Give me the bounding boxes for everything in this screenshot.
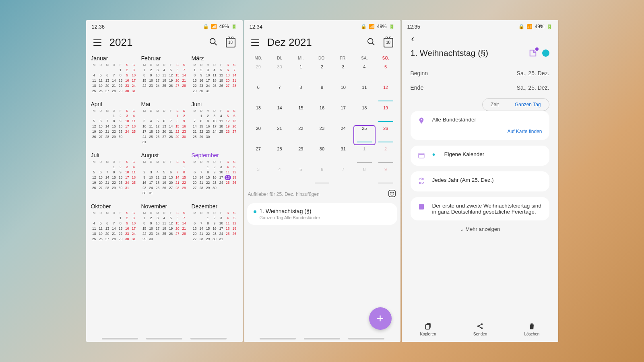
day-cell[interactable]: 30 xyxy=(269,63,290,83)
day-cell[interactable]: 13 xyxy=(248,104,269,124)
mini-month-august[interactable]: AugustMDMDFSS123456789101112131415161718… xyxy=(141,152,188,196)
mini-month-juni[interactable]: JuniMDMDFSS12345678910111213141516171819… xyxy=(192,101,238,145)
color-dot[interactable] xyxy=(542,49,549,57)
mini-month-dezember[interactable]: DezemberMDMDFSS1234567891011121314151617… xyxy=(192,203,238,242)
lock-icon: 🔒 xyxy=(518,24,524,29)
day-cell[interactable]: 22 xyxy=(290,124,312,145)
day-cell[interactable]: 23 xyxy=(312,124,333,145)
today-icon[interactable]: 18 xyxy=(384,38,393,47)
mini-month-november[interactable]: NovemberMDMDFSS1234567891011121314151617… xyxy=(141,203,188,242)
day-cell[interactable]: 14 xyxy=(269,104,290,124)
day-cell[interactable]: 12 xyxy=(375,83,396,104)
day-cell[interactable]: 6 xyxy=(312,165,333,186)
svg-point-5 xyxy=(390,192,391,193)
svg-line-1 xyxy=(214,43,217,45)
mini-month-januar[interactable]: JanuarMDMDFSS123456789101112131415161718… xyxy=(91,55,137,94)
day-cell[interactable]: 8 xyxy=(354,165,375,186)
location-card[interactable]: Alle Bundesländer Auf Karte finden xyxy=(411,111,549,140)
day-cell[interactable]: 1 xyxy=(290,63,312,83)
day-cell[interactable]: 8 xyxy=(290,83,312,104)
day-cell[interactable]: 19 xyxy=(375,104,396,124)
add-event-fab[interactable]: + xyxy=(369,307,392,330)
day-cell[interactable]: 11 xyxy=(354,83,375,104)
repeat-card[interactable]: Jedes Jahr (Am 25. Dez.) xyxy=(411,171,549,191)
svg-point-6 xyxy=(392,192,393,193)
day-cell[interactable]: 5 xyxy=(290,165,312,186)
day-cell[interactable]: 10 xyxy=(332,83,354,104)
day-cell[interactable]: 26 xyxy=(375,124,396,145)
day-cell[interactable]: 25 xyxy=(354,124,375,145)
mini-month-oktober[interactable]: OktoberMDMDFSS12345678910111213141516171… xyxy=(91,203,137,242)
day-cell[interactable]: 3 xyxy=(332,63,354,83)
month-title[interactable]: Dez 2021 xyxy=(267,36,312,49)
status-time: 12:34 xyxy=(250,24,263,30)
repeat-icon xyxy=(418,177,425,186)
day-cell[interactable]: 29 xyxy=(248,63,269,83)
day-cell[interactable]: 4 xyxy=(354,63,375,83)
day-cell[interactable]: 7 xyxy=(269,83,290,104)
day-cell[interactable]: 28 xyxy=(269,145,290,165)
wifi-icon: 📶 xyxy=(526,24,533,29)
day-cell[interactable]: 15 xyxy=(290,104,312,124)
calendar-name: Eigene Kalender xyxy=(444,151,484,157)
day-cell[interactable]: 16 xyxy=(312,104,333,124)
mini-month-märz[interactable]: MärzMDMDFSS12345678910111213141516171819… xyxy=(192,55,238,94)
event-card[interactable]: 1. Weihnachtstag (§) Ganzen Tag Alle Bun… xyxy=(247,203,397,225)
allday-toggle[interactable]: Zeit Ganzen Tag xyxy=(482,98,549,111)
mini-month-april[interactable]: AprilMDMDFSS1234567891011121314151617181… xyxy=(91,101,137,145)
android-nav-bar xyxy=(244,338,400,342)
day-cell[interactable]: 17 xyxy=(332,104,354,124)
mini-month-mai[interactable]: MaiMDMDFSS123456789101112131415161718192… xyxy=(141,101,188,145)
begin-row[interactable]: Beginn Sa., 25. Dez. xyxy=(411,66,549,80)
day-cell[interactable]: 3 xyxy=(248,165,269,186)
lock-icon: 🔒 xyxy=(203,24,209,29)
back-icon[interactable]: ‹ xyxy=(411,32,549,47)
send-button[interactable]: Senden xyxy=(473,322,487,336)
menu-icon[interactable] xyxy=(251,39,259,46)
svg-point-0 xyxy=(210,38,215,43)
day-cell[interactable]: 21 xyxy=(269,124,290,145)
status-icons: 🔒 📶 49% 🔋 xyxy=(361,24,394,29)
search-icon[interactable] xyxy=(209,37,218,48)
sticker-icon[interactable] xyxy=(528,49,537,58)
mini-month-juli[interactable]: JuliMDMDFSS12345678910111213141516171819… xyxy=(91,152,137,196)
day-cell[interactable]: 2 xyxy=(375,145,396,165)
day-cell[interactable]: 29 xyxy=(290,145,312,165)
sticker-hint-bar[interactable]: Aufkleber für 25. Dez. hinzufügen xyxy=(244,186,400,200)
day-cell[interactable]: 20 xyxy=(248,124,269,145)
screenshots-row: 12:36 🔒 📶 49% 🔋 2021 18 JanuarMDMDFSS123… xyxy=(86,20,558,342)
note-card[interactable]: Der erste und zweite Weihnachtsfeiertag … xyxy=(411,197,549,220)
day-cell[interactable]: 4 xyxy=(269,165,290,186)
day-cell[interactable]: 18 xyxy=(354,104,375,124)
menu-icon[interactable] xyxy=(93,39,101,46)
day-cell[interactable]: 7 xyxy=(332,165,354,186)
day-cell[interactable]: 31 xyxy=(332,145,354,165)
copy-button[interactable]: Kopieren xyxy=(420,322,436,336)
begin-value: Sa., 25. Dez. xyxy=(517,70,549,76)
mini-month-september[interactable]: SeptemberMDMDFSS123456789101112131415161… xyxy=(192,152,238,196)
end-row[interactable]: Ende Sa., 25. Dez. xyxy=(411,80,549,95)
day-cell[interactable]: 1 xyxy=(354,145,375,165)
show-more[interactable]: ⌄ Mehr anzeigen xyxy=(411,226,549,232)
day-cell[interactable]: 30 xyxy=(312,145,333,165)
sticker-icon[interactable] xyxy=(388,189,396,199)
wifi-icon: 📶 xyxy=(211,24,217,29)
map-link[interactable]: Auf Karte finden xyxy=(418,129,542,134)
day-cell[interactable]: 9 xyxy=(312,83,333,104)
day-cell[interactable]: 9 xyxy=(375,165,396,186)
day-cell[interactable]: 27 xyxy=(248,145,269,165)
battery-text: 49% xyxy=(535,24,544,29)
delete-button[interactable]: Löschen xyxy=(524,322,540,336)
day-cell[interactable]: 2 xyxy=(312,63,333,83)
day-cell[interactable]: 24 xyxy=(332,124,354,145)
day-cell[interactable]: 6 xyxy=(248,83,269,104)
pill-allday[interactable]: Ganzen Tag xyxy=(507,99,549,111)
calendar-card[interactable]: ● Eigene Kalender xyxy=(411,146,549,166)
year-title[interactable]: 2021 xyxy=(109,36,133,49)
day-cell[interactable]: 5 xyxy=(375,63,396,83)
mini-month-februar[interactable]: FebruarMDMDFSS12345678910111213141516171… xyxy=(141,55,188,94)
search-icon[interactable] xyxy=(367,37,376,48)
status-icons: 🔒 📶 49% 🔋 xyxy=(203,24,237,29)
pill-time[interactable]: Zeit xyxy=(483,99,507,111)
today-icon[interactable]: 18 xyxy=(226,38,235,47)
